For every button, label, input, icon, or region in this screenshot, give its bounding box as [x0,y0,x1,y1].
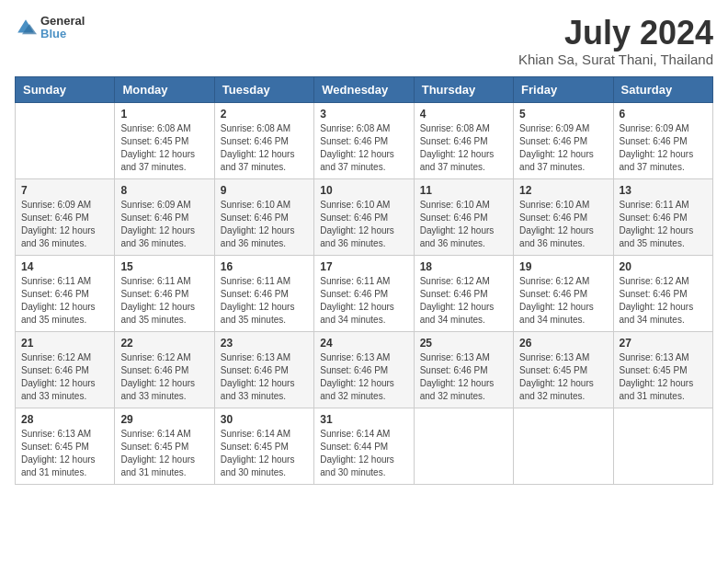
title-block: July 2024 Khian Sa, Surat Thani, Thailan… [518,15,713,67]
day-info: Sunrise: 6:08 AM Sunset: 6:46 PM Dayligh… [221,122,308,174]
day-info: Sunrise: 6:09 AM Sunset: 6:46 PM Dayligh… [519,122,607,174]
calendar-cell: 16Sunrise: 6:11 AM Sunset: 6:46 PM Dayli… [214,255,313,331]
calendar-cell: 6Sunrise: 6:09 AM Sunset: 6:46 PM Daylig… [613,102,712,178]
day-number: 28 [21,413,108,426]
day-info: Sunrise: 6:13 AM Sunset: 6:45 PM Dayligh… [21,428,108,479]
day-info: Sunrise: 6:11 AM Sunset: 6:46 PM Dayligh… [221,275,308,327]
calendar-header-wednesday: Wednesday [314,76,414,102]
day-info: Sunrise: 6:14 AM Sunset: 6:45 PM Dayligh… [120,428,208,479]
calendar-cell: 1Sunrise: 6:08 AM Sunset: 6:45 PM Daylig… [115,102,214,178]
calendar-week-4: 21Sunrise: 6:12 AM Sunset: 6:46 PM Dayli… [16,331,713,408]
day-info: Sunrise: 6:14 AM Sunset: 6:44 PM Dayligh… [320,428,407,479]
day-number: 16 [221,260,308,273]
day-number: 26 [519,337,607,350]
day-info: Sunrise: 6:13 AM Sunset: 6:46 PM Dayligh… [420,351,507,403]
day-info: Sunrise: 6:09 AM Sunset: 6:46 PM Dayligh… [21,199,108,250]
calendar-cell: 9Sunrise: 6:10 AM Sunset: 6:46 PM Daylig… [214,178,313,255]
calendar-cell: 30Sunrise: 6:14 AM Sunset: 6:45 PM Dayli… [214,408,313,484]
day-number: 5 [519,108,607,121]
day-number: 27 [620,337,707,350]
day-info: Sunrise: 6:13 AM Sunset: 6:46 PM Dayligh… [320,351,407,403]
calendar-cell: 4Sunrise: 6:08 AM Sunset: 6:46 PM Daylig… [414,102,513,178]
calendar-cell: 25Sunrise: 6:13 AM Sunset: 6:46 PM Dayli… [414,331,513,408]
day-number: 11 [420,184,507,197]
day-info: Sunrise: 6:11 AM Sunset: 6:46 PM Dayligh… [320,275,407,327]
calendar-cell [414,408,513,484]
calendar-cell: 31Sunrise: 6:14 AM Sunset: 6:44 PM Dayli… [314,408,414,484]
calendar-cell: 28Sunrise: 6:13 AM Sunset: 6:45 PM Dayli… [16,408,115,484]
calendar-cell: 10Sunrise: 6:10 AM Sunset: 6:46 PM Dayli… [314,178,414,255]
day-info: Sunrise: 6:10 AM Sunset: 6:46 PM Dayligh… [420,199,507,250]
day-number: 30 [221,413,308,426]
day-info: Sunrise: 6:11 AM Sunset: 6:46 PM Dayligh… [21,275,108,327]
day-number: 9 [221,184,308,197]
day-number: 22 [120,337,208,350]
day-number: 15 [120,260,208,273]
day-number: 18 [420,260,507,273]
page-title: July 2024 [518,15,713,52]
calendar-cell: 24Sunrise: 6:13 AM Sunset: 6:46 PM Dayli… [314,331,414,408]
day-number: 1 [120,108,208,121]
day-number: 3 [320,108,407,121]
calendar-cell: 20Sunrise: 6:12 AM Sunset: 6:46 PM Dayli… [613,255,712,331]
calendar-cell: 12Sunrise: 6:10 AM Sunset: 6:46 PM Dayli… [514,178,613,255]
calendar-cell: 2Sunrise: 6:08 AM Sunset: 6:46 PM Daylig… [214,102,313,178]
day-info: Sunrise: 6:12 AM Sunset: 6:46 PM Dayligh… [519,275,607,327]
day-info: Sunrise: 6:10 AM Sunset: 6:46 PM Dayligh… [519,199,607,250]
calendar-cell [16,102,115,178]
calendar-week-1: 1Sunrise: 6:08 AM Sunset: 6:45 PM Daylig… [16,102,713,178]
calendar-table: SundayMondayTuesdayWednesdayThursdayFrid… [15,76,713,485]
calendar-cell: 8Sunrise: 6:09 AM Sunset: 6:46 PM Daylig… [115,178,214,255]
calendar-header-monday: Monday [115,76,214,102]
calendar-header-thursday: Thursday [414,76,513,102]
calendar-week-2: 7Sunrise: 6:09 AM Sunset: 6:46 PM Daylig… [16,178,713,255]
page-header: General Blue July 2024 Khian Sa, Surat T… [15,15,713,67]
day-number: 2 [221,108,308,121]
calendar-cell: 23Sunrise: 6:13 AM Sunset: 6:46 PM Dayli… [214,331,313,408]
calendar-cell: 18Sunrise: 6:12 AM Sunset: 6:46 PM Dayli… [414,255,513,331]
calendar-header-friday: Friday [514,76,613,102]
day-info: Sunrise: 6:12 AM Sunset: 6:46 PM Dayligh… [120,351,208,403]
calendar-cell: 3Sunrise: 6:08 AM Sunset: 6:46 PM Daylig… [314,102,414,178]
day-number: 23 [221,337,308,350]
day-info: Sunrise: 6:13 AM Sunset: 6:46 PM Dayligh… [221,351,308,403]
calendar-cell: 21Sunrise: 6:12 AM Sunset: 6:46 PM Dayli… [16,331,115,408]
calendar-cell [514,408,613,484]
logo-text: General Blue [40,15,85,41]
day-number: 21 [21,337,108,350]
day-info: Sunrise: 6:12 AM Sunset: 6:46 PM Dayligh… [620,275,707,327]
logo-icon [15,17,37,39]
day-info: Sunrise: 6:12 AM Sunset: 6:46 PM Dayligh… [21,351,108,403]
day-number: 6 [620,108,707,121]
day-number: 12 [519,184,607,197]
day-info: Sunrise: 6:09 AM Sunset: 6:46 PM Dayligh… [120,199,208,250]
day-number: 20 [620,260,707,273]
logo-line1: General [40,15,85,28]
day-number: 24 [320,337,407,350]
day-info: Sunrise: 6:14 AM Sunset: 6:45 PM Dayligh… [221,428,308,479]
calendar-week-5: 28Sunrise: 6:13 AM Sunset: 6:45 PM Dayli… [16,408,713,484]
day-info: Sunrise: 6:08 AM Sunset: 6:45 PM Dayligh… [120,122,208,174]
calendar-cell: 19Sunrise: 6:12 AM Sunset: 6:46 PM Dayli… [514,255,613,331]
day-number: 17 [320,260,407,273]
day-number: 29 [120,413,208,426]
calendar-header-tuesday: Tuesday [214,76,313,102]
day-info: Sunrise: 6:11 AM Sunset: 6:46 PM Dayligh… [620,199,707,250]
day-info: Sunrise: 6:09 AM Sunset: 6:46 PM Dayligh… [620,122,707,174]
day-info: Sunrise: 6:13 AM Sunset: 6:45 PM Dayligh… [620,351,707,403]
day-number: 19 [519,260,607,273]
calendar-cell: 15Sunrise: 6:11 AM Sunset: 6:46 PM Dayli… [115,255,214,331]
calendar-header-sunday: Sunday [16,76,115,102]
calendar-cell [613,408,712,484]
calendar-week-3: 14Sunrise: 6:11 AM Sunset: 6:46 PM Dayli… [16,255,713,331]
calendar-cell: 7Sunrise: 6:09 AM Sunset: 6:46 PM Daylig… [16,178,115,255]
day-info: Sunrise: 6:10 AM Sunset: 6:46 PM Dayligh… [320,199,407,250]
logo-line2: Blue [40,28,85,40]
logo: General Blue [15,15,85,41]
day-number: 14 [21,260,108,273]
day-number: 31 [320,413,407,426]
calendar-cell: 27Sunrise: 6:13 AM Sunset: 6:45 PM Dayli… [613,331,712,408]
calendar-cell: 11Sunrise: 6:10 AM Sunset: 6:46 PM Dayli… [414,178,513,255]
day-info: Sunrise: 6:10 AM Sunset: 6:46 PM Dayligh… [221,199,308,250]
calendar-cell: 22Sunrise: 6:12 AM Sunset: 6:46 PM Dayli… [115,331,214,408]
